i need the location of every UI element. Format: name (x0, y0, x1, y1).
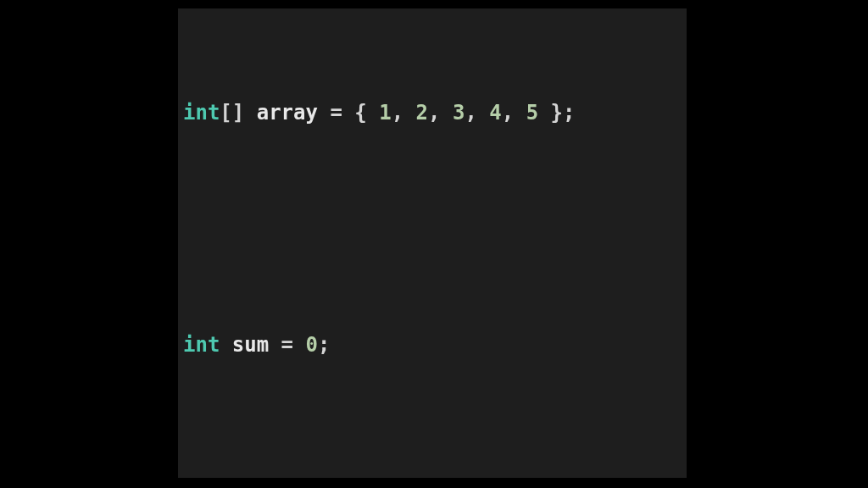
code-block: int[] array = { 1, 2, 3, 4, 5 }; int sum… (178, 8, 687, 488)
code-line-blank (183, 442, 683, 481)
identifier-array: array (257, 101, 318, 125)
number-literal: 5 (526, 101, 538, 125)
keyword-int: int (183, 101, 220, 125)
keyword-int: int (183, 333, 220, 357)
number-literal: 4 (489, 101, 501, 125)
code-line-blank (183, 210, 683, 249)
number-literal: 1 (379, 101, 391, 125)
number-literal: 0 (306, 333, 318, 357)
number-literal: 3 (453, 101, 465, 125)
number-literal: 2 (416, 101, 428, 125)
code-line: int[] array = { 1, 2, 3, 4, 5 }; (183, 94, 683, 133)
code-editor[interactable]: int[] array = { 1, 2, 3, 4, 5 }; int sum… (178, 8, 687, 478)
identifier-sum: sum (232, 333, 269, 357)
code-line: int sum = 0; (183, 326, 683, 365)
